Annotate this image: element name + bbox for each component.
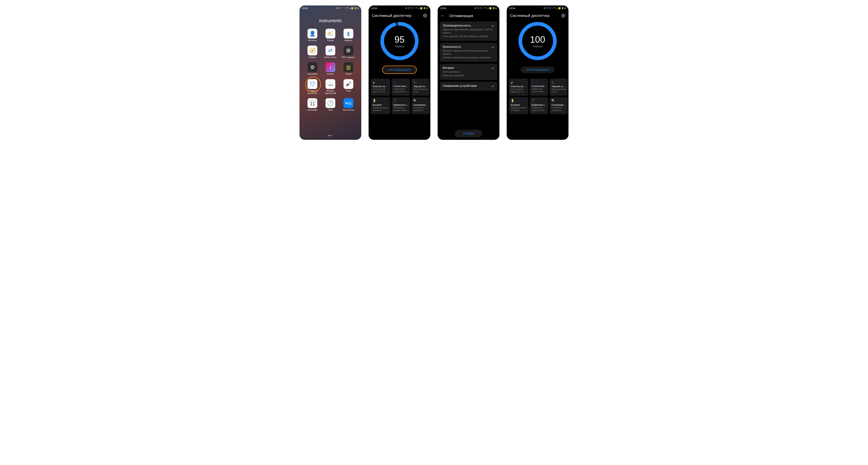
tile-title: Статистика... bbox=[394, 85, 408, 88]
page-title: Системный диспетчер bbox=[510, 13, 550, 18]
tile-sub: Предполагаемое оставшее... bbox=[373, 107, 389, 112]
app-settings[interactable]: ⚙ Настройки bbox=[304, 62, 321, 75]
app-mts[interactable]: ⊞ МТС сервисы bbox=[339, 45, 357, 59]
tile-scan[interactable]: 🔍 Сканирова... Устройство защищено. bbox=[411, 97, 430, 114]
tile-stats[interactable]: ↑↓ Статистика... Управление статистикой … bbox=[530, 78, 548, 96]
app-mirror[interactable]: ▮ Зеркало bbox=[339, 29, 357, 41]
gauge-rating: Хорошо bbox=[533, 45, 542, 48]
device-clone-icon: ⇄ bbox=[326, 45, 335, 55]
tile-sub: Автовыявление и бло... bbox=[413, 88, 428, 93]
status-time: 19:55 bbox=[302, 7, 308, 10]
tips-icon: i bbox=[326, 62, 335, 72]
gauge-wrap: 95 Хорошо bbox=[369, 19, 430, 63]
app-label: Настройки bbox=[308, 73, 317, 75]
appstore-icon: ◡HONOR bbox=[326, 79, 335, 89]
tile-blocklist[interactable]: 📞 Черный сп... Автовыявление и бло... bbox=[550, 78, 568, 96]
header: Системный диспетчер bbox=[369, 11, 430, 19]
tiles-grid: 🧹 Очистка па... Используется памяти: 87 … bbox=[369, 73, 430, 117]
app-calendar[interactable]: понедельник 11 Календарь bbox=[304, 98, 321, 111]
calendar-day-num: 11 bbox=[310, 102, 315, 106]
settings-icon: ⚙ bbox=[308, 62, 317, 72]
sections-list: ✓ Производительность Закрыто 9 приложени… bbox=[438, 20, 499, 93]
tile-buffer[interactable]: 📱 Буферная з... Управление правом отобр.… bbox=[530, 97, 548, 114]
data-icon: ↑↓ bbox=[532, 80, 547, 84]
tile-title: Буферная з... bbox=[532, 103, 547, 106]
home-screen: 19:55 👁 ⏱ 📳 ᵛᵖ ⁴⁶ ₁₁ 📶 🔋60 instruments 👤… bbox=[300, 5, 361, 140]
section-title: Производительность bbox=[443, 24, 494, 27]
app-voice-access[interactable]: •ııı Voice Access bbox=[339, 98, 357, 111]
tile-buffer[interactable]: 📱 Буферная з... Управление правом отобр.… bbox=[392, 97, 410, 114]
contacts-icon: 👤 bbox=[308, 29, 317, 38]
app-system-manager[interactable]: 🛡 Системный диспетчер bbox=[304, 79, 321, 94]
tile-battery[interactable]: 🔋 Батарея Предполагаемое оставшее... bbox=[509, 97, 528, 114]
page-dot[interactable] bbox=[329, 135, 330, 136]
tile-battery[interactable]: 🔋 Батарея Предполагаемое оставшее... bbox=[371, 97, 390, 114]
app-weather[interactable]: ⛅ Погода bbox=[321, 29, 340, 41]
status-icons: 👁 ⏱ 📳 ᵛᵖ ⁴⁶ ₁₁ 📶 🔋60 bbox=[336, 7, 359, 9]
app-appstore[interactable]: ◡HONOR Магазин приложений bbox=[321, 79, 340, 94]
tinkoff-icon: ▥ bbox=[343, 62, 353, 72]
check-icon: ✓ bbox=[492, 84, 494, 88]
tile-title: Черный сп... bbox=[413, 85, 428, 88]
status-time: 19:56 bbox=[371, 7, 377, 10]
status-time: 19:56 bbox=[509, 7, 515, 10]
health-gauge: 100 Хорошо bbox=[518, 21, 558, 61]
tile-cleanup[interactable]: 🧹 Очистка па... Используется памяти: 87 … bbox=[371, 78, 390, 96]
calendar-icon: понедельник 11 bbox=[308, 98, 317, 108]
tile-sub: Управление правом отобр... bbox=[394, 107, 408, 112]
header: ← Оптимизация bbox=[438, 11, 499, 20]
tile-sub: Управление правом отобр... bbox=[532, 107, 547, 112]
app-tips[interactable]: i Советы bbox=[321, 62, 340, 75]
app-label: Компас bbox=[309, 56, 316, 59]
scan-icon: 🔍 bbox=[413, 99, 428, 102]
section-detail: Было удалено 530 МБ ненужных файлов bbox=[443, 35, 494, 38]
gear-icon[interactable] bbox=[423, 13, 427, 18]
status-icons: 👁 ⏱ 📳 ᵛᵖ ⁴⁶ ₁₁ 📶 🔋60 bbox=[474, 7, 497, 9]
check-icon: ✓ bbox=[492, 66, 494, 70]
tile-scan[interactable]: 🔍 Сканирова... Устройство защищено. bbox=[550, 97, 568, 114]
tiles-grid: 🧹 Очистка па... Используется памяти: 87 … bbox=[507, 73, 568, 117]
mirror-icon: ▮ bbox=[343, 29, 353, 38]
section-security[interactable]: ✓ Безопасность Включен параметр Автообно… bbox=[440, 43, 497, 62]
section-detail: Закрыто 9 приложений, освобождено 1,50 Г… bbox=[443, 28, 494, 34]
tile-blocklist[interactable]: 📞 Черный сп... Автовыявление и бло... bbox=[411, 78, 430, 96]
status-icons: 👁 ⏱ 📳 ᵛᵖ ⁴⁶ ₁₁ 📶 🔋60 bbox=[544, 7, 566, 9]
section-battery[interactable]: ✓ Батарея Wi-Fi выключен Bluetooth выклю… bbox=[440, 64, 497, 80]
app-label: Темы bbox=[346, 90, 351, 92]
tile-sub: Автовыявление и бло... bbox=[551, 88, 566, 93]
section-device-management[interactable]: ✓ Управление устройством bbox=[440, 82, 497, 91]
app-device-clone[interactable]: ⇄ Device Clone bbox=[321, 45, 340, 59]
status-bar: 19:56 👁 ⏱ 📳 ᵛᵖ ⁴⁶ ₁₁ 📶 🔋60 bbox=[507, 5, 568, 11]
optimize-button[interactable]: ОПТИМИЗАЦИЯ bbox=[382, 66, 416, 73]
check-icon: ✓ bbox=[492, 45, 494, 49]
section-detail: Включен параметр Автообновление базы дан… bbox=[443, 49, 494, 56]
done-button[interactable]: ГОТОВО bbox=[455, 130, 482, 137]
folder-title: instruments bbox=[300, 18, 361, 23]
app-compass[interactable]: 🧭 Компас bbox=[304, 45, 321, 59]
tile-title: Сканирова... bbox=[413, 103, 428, 106]
tile-cleanup[interactable]: 🧹 Очистка па... Используется памяти: 87 … bbox=[509, 78, 528, 96]
dropzone-icon: 📱 bbox=[532, 99, 547, 102]
tile-sub: Управление статистикой т... bbox=[394, 88, 408, 93]
system-manager-screen-after: 19:56 👁 ⏱ 📳 ᵛᵖ ⁴⁶ ₁₁ 📶 🔋60 Системный дис… bbox=[507, 5, 568, 140]
app-label: Календарь bbox=[308, 109, 318, 111]
tile-title: Очистка па... bbox=[511, 85, 527, 88]
app-grid: 👤 Контакты ⛅ Погода ▮ Зеркало 🧭 Компас ⇄… bbox=[300, 29, 361, 111]
tile-sub: Управление статистикой т... bbox=[532, 88, 547, 93]
app-contacts[interactable]: 👤 Контакты bbox=[304, 29, 321, 41]
app-clock[interactable]: 🕑 Часы bbox=[321, 98, 340, 111]
tile-title: Сканирова... bbox=[551, 103, 566, 106]
tile-stats[interactable]: ↑↓ Статистика... Управление статистикой … bbox=[392, 78, 410, 96]
app-label: Советы bbox=[327, 73, 334, 75]
optimize-button[interactable]: ОПТИМИЗАЦИЯ bbox=[521, 66, 555, 73]
scan-icon: 🔍 bbox=[551, 99, 566, 102]
app-themes[interactable]: 🖌 Темы bbox=[339, 79, 357, 94]
gauge-rating: Хорошо bbox=[395, 45, 404, 48]
gauge-score: 95 bbox=[394, 34, 405, 45]
app-label: Часы bbox=[328, 109, 333, 111]
gear-icon[interactable] bbox=[561, 13, 565, 18]
app-tinkoff[interactable]: ▥ Tinkoff bbox=[339, 62, 357, 75]
back-arrow-icon[interactable]: ← bbox=[441, 13, 445, 18]
page-dot[interactable] bbox=[331, 135, 332, 136]
section-performance[interactable]: ✓ Производительность Закрыто 9 приложени… bbox=[440, 22, 497, 41]
